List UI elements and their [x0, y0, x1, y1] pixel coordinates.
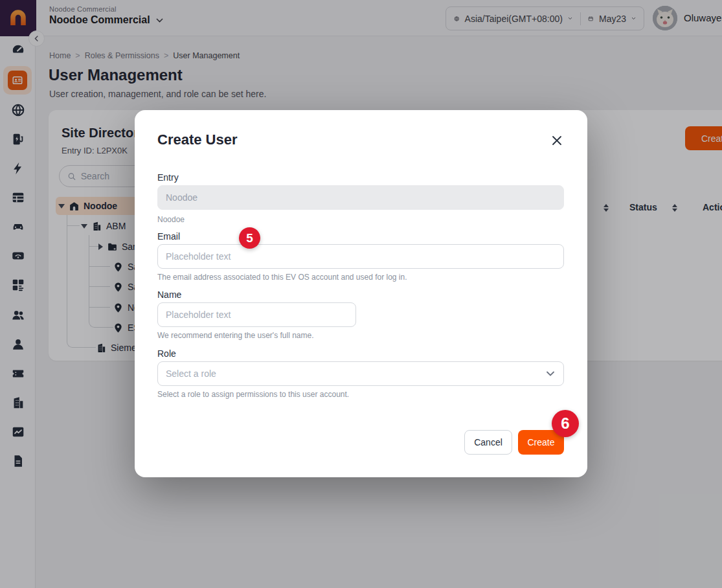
email-field[interactable] [157, 244, 564, 269]
entry-field-label: Entry [157, 172, 179, 183]
entry-field [157, 185, 564, 210]
chevron-down-icon [545, 368, 556, 379]
annotation-badge-6: 6 [552, 410, 579, 437]
name-field-label: Name [157, 289, 181, 300]
role-select-placeholder: Select a role [166, 368, 216, 379]
cancel-button[interactable]: Cancel [464, 430, 512, 455]
email-field-helper: The email address associated to this EV … [157, 273, 407, 282]
modal-title: Create User [157, 131, 238, 148]
role-field-label: Role [157, 348, 176, 359]
name-field-helper: We recommend entering the user's full na… [157, 331, 314, 340]
entry-field-helper: Noodoe [157, 215, 185, 224]
create-user-modal: Create User Entry Noodoe Email The email… [135, 110, 587, 477]
close-icon[interactable] [548, 132, 565, 149]
role-select[interactable]: Select a role [157, 361, 564, 386]
annotation-badge-5: 5 [239, 227, 260, 249]
role-field-helper: Select a role to assign permissions to t… [157, 390, 349, 399]
email-field-label: Email [157, 231, 180, 242]
name-field[interactable] [157, 302, 356, 327]
